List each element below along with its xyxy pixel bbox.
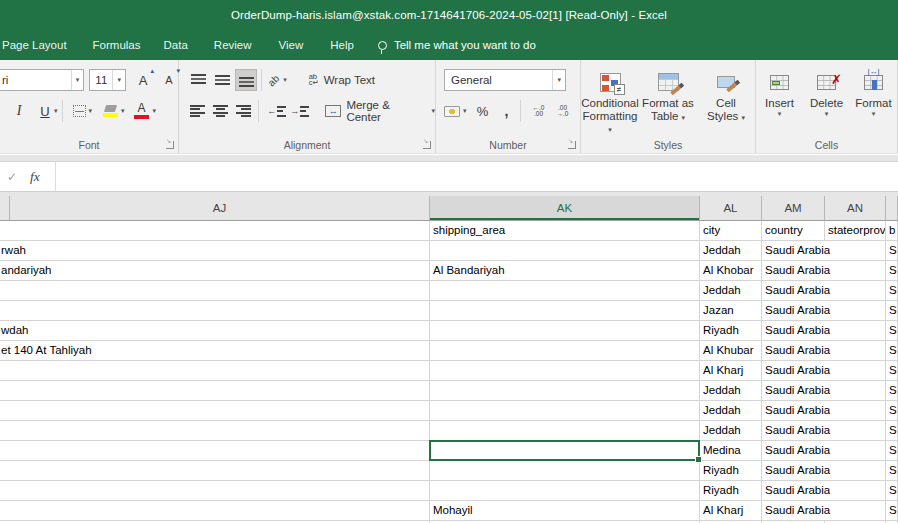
- cell-AL-row2[interactable]: Jeddah: [700, 241, 762, 261]
- wrap-text-button[interactable]: abc↵ Wrap Text: [309, 74, 375, 87]
- cell-AO-row9[interactable]: S: [886, 381, 898, 401]
- cell-AM-row1[interactable]: country: [762, 221, 825, 241]
- cell-AL-row3[interactable]: Al Khobar: [700, 261, 762, 281]
- borders-icon[interactable]: [73, 105, 86, 117]
- cell-AN-row7[interactable]: [825, 341, 886, 361]
- delete-cells-button[interactable]: ✗ Delete ▾: [803, 60, 850, 142]
- cell-AM-row4[interactable]: Saudi Arabia: [762, 281, 825, 301]
- cell-AO-row13[interactable]: S: [886, 461, 898, 481]
- column-header-rowhdr[interactable]: [0, 196, 10, 221]
- fill-color-button[interactable]: [102, 105, 118, 117]
- cell-AM-row13[interactable]: Saudi Arabia: [762, 461, 825, 481]
- cell-AN-row13[interactable]: [825, 461, 886, 481]
- increase-indent-button[interactable]: →: [290, 106, 309, 117]
- cell-AN-row9[interactable]: [825, 381, 886, 401]
- cell-AM-row11[interactable]: Saudi Arabia: [762, 421, 825, 441]
- cell-AN-row4[interactable]: [825, 281, 886, 301]
- format-as-table-button[interactable]: Format as Table ▾: [639, 60, 697, 142]
- cell-AM-row5[interactable]: Saudi Arabia: [762, 301, 825, 321]
- column-header-AN[interactable]: AN: [825, 196, 886, 221]
- alignment-dialog-launcher[interactable]: [423, 141, 431, 149]
- cell-AO-row4[interactable]: S: [886, 281, 898, 301]
- cell-AO-row15[interactable]: S: [886, 501, 898, 521]
- cell-AJ-row6[interactable]: wdah: [0, 321, 430, 341]
- cell-AJ-row11[interactable]: [0, 421, 430, 441]
- chevron-down-icon[interactable]: ▾: [112, 70, 125, 90]
- cell-AN-row1[interactable]: stateorprovince: [825, 221, 886, 241]
- tab-formulas[interactable]: Formulas: [93, 39, 141, 51]
- cell-AJ-row8[interactable]: [0, 361, 430, 381]
- cell-AN-row10[interactable]: [825, 401, 886, 421]
- italic-button[interactable]: I: [10, 99, 28, 123]
- cell-AL-row14[interactable]: Riyadh: [700, 481, 762, 501]
- formula-input[interactable]: [56, 162, 898, 191]
- chevron-down-icon[interactable]: ▾: [153, 107, 157, 115]
- increase-font-size-button[interactable]: A▴: [134, 68, 152, 92]
- cell-AJ-row13[interactable]: [0, 461, 430, 481]
- cell-AJ-row5[interactable]: [0, 301, 430, 321]
- cell-AL-row6[interactable]: Riyadh: [700, 321, 762, 341]
- cell-AK-row12[interactable]: [430, 441, 700, 461]
- chevron-down-icon[interactable]: ▾: [54, 107, 58, 115]
- chevron-down-icon[interactable]: ▾: [71, 70, 84, 90]
- tab-review[interactable]: Review: [214, 39, 252, 51]
- cell-AL-row4[interactable]: Jeddah: [700, 281, 762, 301]
- cell-AK-row1[interactable]: shipping_area: [430, 221, 700, 241]
- decrease-indent-button[interactable]: ←: [267, 106, 286, 117]
- cell-AN-row3[interactable]: [825, 261, 886, 281]
- tab-help[interactable]: Help: [330, 39, 354, 51]
- cell-AO-row5[interactable]: S: [886, 301, 898, 321]
- cell-AL-row1[interactable]: city: [700, 221, 762, 241]
- conditional-formatting-button[interactable]: ≠ Conditional Formatting ▾: [581, 60, 639, 142]
- cell-AM-row6[interactable]: Saudi Arabia: [762, 321, 825, 341]
- cell-AO-row11[interactable]: S: [886, 421, 898, 441]
- cell-AN-row8[interactable]: [825, 361, 886, 381]
- column-header-AO[interactable]: [886, 196, 898, 221]
- merge-center-button[interactable]: ↔ Merge & Center ▾: [325, 99, 435, 123]
- cell-AJ-row14[interactable]: [0, 481, 430, 501]
- middle-align-button[interactable]: [211, 69, 233, 91]
- cell-AK-row10[interactable]: [430, 401, 700, 421]
- cell-AL-row15[interactable]: Al Kharj: [700, 501, 762, 521]
- cell-AJ-row1[interactable]: [0, 221, 430, 241]
- cell-AL-row10[interactable]: Jeddah: [700, 401, 762, 421]
- cell-AO-row14[interactable]: S: [886, 481, 898, 501]
- orientation-button[interactable]: ab ▾: [268, 75, 287, 86]
- cell-AK-row14[interactable]: [430, 481, 700, 501]
- cell-AO-row1[interactable]: b: [886, 221, 898, 241]
- column-header-AK[interactable]: AK: [430, 196, 700, 221]
- cell-AK-row15[interactable]: Mohayil: [430, 501, 700, 521]
- cell-AJ-row2[interactable]: rwah: [0, 241, 430, 261]
- align-left-button[interactable]: [187, 100, 208, 122]
- cell-AK-row2[interactable]: [430, 241, 700, 261]
- cell-AL-row9[interactable]: Jeddah: [700, 381, 762, 401]
- cell-AM-row10[interactable]: Saudi Arabia: [762, 401, 825, 421]
- increase-decimal-button[interactable]: ←.0 .00: [529, 105, 549, 117]
- cell-AN-row12[interactable]: [825, 441, 886, 461]
- decrease-font-size-button[interactable]: A▾: [160, 68, 178, 92]
- font-name-select[interactable]: ri ▾: [0, 69, 84, 91]
- column-header-AL[interactable]: AL: [700, 196, 762, 221]
- cell-AN-row14[interactable]: [825, 481, 886, 501]
- cell-AL-row13[interactable]: Riyadh: [700, 461, 762, 481]
- decrease-decimal-button[interactable]: .00 →.0: [553, 105, 573, 117]
- chevron-down-icon[interactable]: ▾: [283, 76, 287, 84]
- cell-AM-row3[interactable]: Saudi Arabia: [762, 261, 825, 281]
- insert-cells-button[interactable]: Insert ▾: [756, 60, 803, 142]
- font-dialog-launcher[interactable]: [166, 141, 174, 149]
- insert-function-icon[interactable]: fx: [30, 169, 40, 185]
- cell-AK-row4[interactable]: [430, 281, 700, 301]
- cell-AK-row6[interactable]: [430, 321, 700, 341]
- cell-AO-row3[interactable]: S: [886, 261, 898, 281]
- accounting-format-icon[interactable]: [444, 106, 460, 117]
- align-center-button[interactable]: [210, 100, 231, 122]
- cell-AM-row12[interactable]: Saudi Arabia: [762, 441, 825, 461]
- cell-AN-row15[interactable]: [825, 501, 886, 521]
- top-align-button[interactable]: [187, 69, 209, 91]
- cell-AL-row5[interactable]: Jazan: [700, 301, 762, 321]
- font-color-button[interactable]: A: [134, 103, 150, 119]
- cell-AJ-row4[interactable]: [0, 281, 430, 301]
- chevron-down-icon[interactable]: ▾: [552, 70, 565, 90]
- bottom-align-button[interactable]: [235, 69, 257, 91]
- cell-AJ-row9[interactable]: [0, 381, 430, 401]
